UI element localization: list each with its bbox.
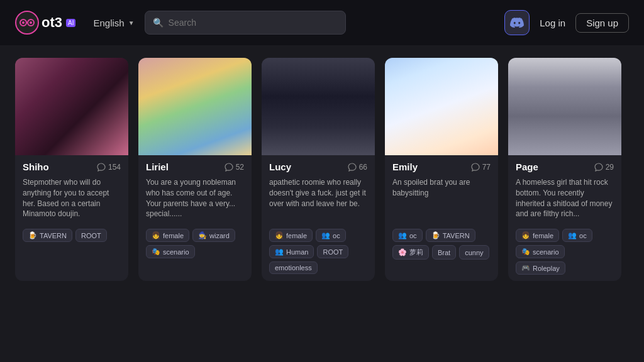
- card-desc: A homeless girl that hit rock bottom. Yo…: [516, 177, 614, 222]
- tag-label: 萝莉: [409, 248, 423, 257]
- card-tags: 🍺 TAVERN ROOT: [23, 229, 121, 242]
- tag-label: oc: [409, 232, 417, 239]
- card-name: Emily: [392, 162, 418, 172]
- tag[interactable]: 🧙 wizard: [192, 229, 235, 242]
- tag-label: oc: [333, 232, 340, 239]
- tag-emoji-icon: 👥: [321, 231, 330, 239]
- card-image-lucy: [262, 58, 375, 155]
- tag[interactable]: cunny: [459, 245, 489, 260]
- tag-label: TAVERN: [443, 232, 470, 239]
- tag[interactable]: 🍺 TAVERN: [426, 229, 475, 242]
- card-liriel[interactable]: Liriel 52 You are a young nobleman who h…: [138, 58, 252, 281]
- tag-emoji-icon: 🍺: [431, 231, 440, 239]
- card-image-shiho: [15, 58, 128, 155]
- tag[interactable]: 🌸 萝莉: [392, 245, 429, 260]
- tag-label: female: [163, 232, 184, 239]
- tag[interactable]: 🎭 scenario: [146, 245, 195, 258]
- tag-label: Brat: [438, 249, 450, 256]
- card-body-shiho: Shiho 154 Stepmother who will do anythin…: [15, 155, 128, 248]
- tag-label: oc: [579, 232, 587, 239]
- discord-button[interactable]: [504, 10, 530, 35]
- tag-label: emotionless: [275, 264, 312, 272]
- card-body-lucy: Lucy 66 apathetic roomie who really does…: [262, 155, 375, 280]
- card-image-emily: [385, 58, 498, 155]
- card-chat-count: 52: [225, 163, 244, 172]
- card-name-row: Liriel 52: [146, 162, 244, 172]
- tag[interactable]: 👥 Human: [269, 245, 314, 258]
- signup-button[interactable]: Sign up: [575, 13, 629, 33]
- card-chat-count: 77: [471, 163, 491, 172]
- card-tags: 👧 female 👥 oc 👥 Human ROOT emotionless: [269, 229, 367, 274]
- tag-label: Roleplay: [533, 265, 560, 272]
- card-name: Liriel: [146, 162, 169, 172]
- tag-emoji-icon: 👧: [521, 231, 530, 239]
- logo-ai-badge: AI: [66, 19, 75, 27]
- tag-label: cunny: [465, 249, 483, 256]
- tag-label: TAVERN: [40, 232, 67, 239]
- card-name-row: Shiho 154: [23, 162, 121, 172]
- chevron-down-icon: ▼: [128, 19, 135, 26]
- tag[interactable]: 👧 female: [516, 229, 559, 242]
- tag-label: female: [533, 232, 553, 239]
- tag-emoji-icon: 🧙: [198, 231, 207, 239]
- tag-emoji-icon: 👥: [398, 231, 407, 239]
- card-tags: 👧 female 🧙 wizard 🎭 scenario: [146, 229, 244, 258]
- tag-emoji-icon: 👥: [568, 231, 577, 239]
- tag-emoji-icon: 👥: [275, 248, 284, 256]
- tag[interactable]: 👥 oc: [562, 229, 592, 242]
- card-shiho[interactable]: Shiho 154 Stepmother who will do anythin…: [15, 58, 128, 281]
- card-page[interactable]: Page 29 A homeless girl that hit rock bo…: [508, 58, 621, 281]
- tag[interactable]: 🍺 TAVERN: [23, 229, 72, 242]
- card-chat-count: 154: [97, 163, 121, 172]
- search-icon: 🔍: [153, 18, 164, 28]
- tag-label: female: [286, 232, 307, 239]
- logo-text: ot3: [42, 14, 62, 31]
- svg-point-1: [22, 21, 25, 24]
- search-input[interactable]: [169, 18, 338, 28]
- tag[interactable]: ROOT: [75, 229, 107, 242]
- tag-emoji-icon: 🍺: [28, 231, 37, 239]
- tag-label: Human: [286, 248, 308, 256]
- tag[interactable]: 👥 oc: [316, 229, 346, 242]
- card-desc: Stepmother who will do anything for you …: [23, 177, 121, 222]
- card-name-row: Page 29: [516, 162, 614, 172]
- logo[interactable]: ot3 AI: [15, 11, 75, 35]
- logo-icon: [15, 11, 39, 35]
- card-body-liriel: Liriel 52 You are a young nobleman who h…: [138, 155, 252, 265]
- tag-label: ROOT: [81, 232, 101, 239]
- card-name-row: Lucy 66: [269, 162, 367, 172]
- tag[interactable]: emotionless: [269, 261, 318, 274]
- card-desc: apathetic roomie who really doesn't give…: [269, 177, 367, 222]
- card-name: Shiho: [23, 162, 49, 172]
- tag[interactable]: Brat: [432, 245, 456, 260]
- card-tags: 👥 oc 🍺 TAVERN 🌸 萝莉 Brat cunny: [392, 229, 491, 260]
- tag-label: scenario: [163, 248, 189, 256]
- language-selector[interactable]: English ▼: [93, 18, 134, 28]
- tag-emoji-icon: 👧: [152, 231, 160, 239]
- tag-emoji-icon: 🎮: [521, 264, 530, 272]
- card-emily[interactable]: Emily 77 An spoiled brat you are babysit…: [385, 58, 498, 281]
- tag[interactable]: 👥 oc: [392, 229, 423, 242]
- tag-label: wizard: [209, 232, 230, 239]
- tag[interactable]: 🎭 scenario: [516, 245, 565, 258]
- tag[interactable]: ROOT: [317, 245, 348, 258]
- tag-emoji-icon: 🎭: [152, 248, 160, 256]
- tag-emoji-icon: 🎭: [521, 248, 530, 256]
- card-name: Lucy: [269, 162, 291, 172]
- tag-emoji-icon: 👧: [275, 231, 284, 239]
- card-desc: You are a young nobleman who has come ou…: [146, 177, 244, 222]
- tag-emoji-icon: 🌸: [398, 248, 407, 256]
- login-button[interactable]: Log in: [540, 18, 565, 28]
- card-name: Page: [516, 162, 538, 172]
- card-lucy[interactable]: Lucy 66 apathetic roomie who really does…: [262, 58, 375, 281]
- search-bar[interactable]: 🔍: [145, 11, 346, 35]
- card-chat-count: 66: [348, 163, 367, 172]
- card-body-emily: Emily 77 An spoiled brat you are babysit…: [385, 155, 498, 266]
- card-image-liriel: [138, 58, 252, 155]
- tag[interactable]: 👧 female: [146, 229, 189, 242]
- tag[interactable]: 🎮 Roleplay: [516, 261, 565, 275]
- cards-container: Shiho 154 Stepmother who will do anythin…: [0, 45, 644, 293]
- card-image-page: [508, 58, 621, 155]
- tag[interactable]: 👧 female: [269, 229, 313, 242]
- card-chat-count: 29: [594, 163, 614, 172]
